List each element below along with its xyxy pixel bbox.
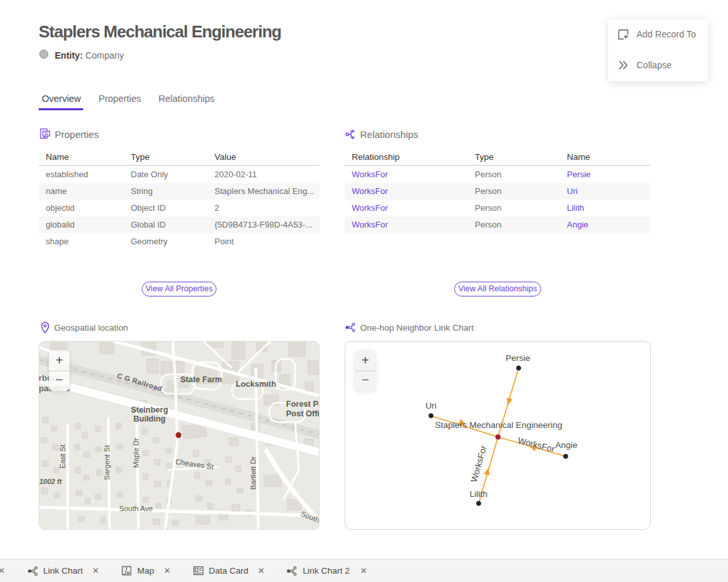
svg-text:Persie: Persie bbox=[506, 353, 530, 363]
svg-text:Sargent St: Sargent St bbox=[103, 445, 111, 480]
svg-text:South Ave: South Ave bbox=[119, 505, 153, 512]
svg-text:Staplers Mechanical Engineerin: Staplers Mechanical Engineering bbox=[435, 420, 562, 430]
svg-text:Maple Dr: Maple Dr bbox=[132, 438, 140, 468]
svg-text:Locksmith: Locksmith bbox=[236, 380, 276, 389]
svg-text:East St: East St bbox=[59, 444, 66, 469]
svg-text:State Farm: State Farm bbox=[180, 375, 222, 384]
svg-text:Lilith: Lilith bbox=[470, 489, 488, 499]
svg-text:Building: Building bbox=[133, 414, 166, 423]
svg-text:Steinberg: Steinberg bbox=[131, 405, 168, 414]
svg-text:Uri: Uri bbox=[425, 401, 436, 411]
svg-text:1002 ft: 1002 ft bbox=[39, 478, 62, 485]
svg-text:Angie: Angie bbox=[555, 440, 578, 450]
svg-text:Post Office: Post Office bbox=[286, 409, 320, 418]
svg-text:Forest Par: Forest Par bbox=[286, 400, 320, 409]
svg-text:Bartlett Dr: Bartlett Dr bbox=[249, 456, 257, 490]
svg-text:WorksFor: WorksFor bbox=[517, 436, 556, 454]
